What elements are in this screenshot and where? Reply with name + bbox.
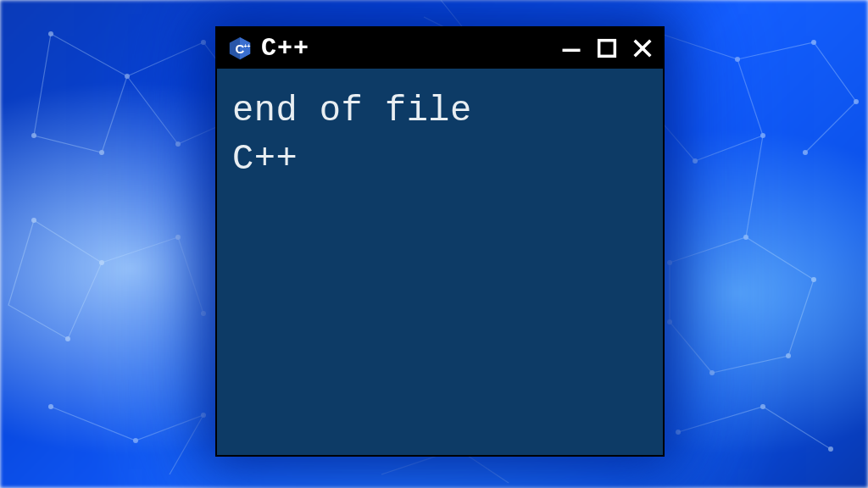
minimize-button[interactable] — [559, 36, 583, 60]
terminal-window: C + + C++ end of file C++ — [215, 26, 665, 457]
window-title: C++ — [261, 34, 551, 63]
window-controls — [559, 36, 654, 60]
svg-rect-38 — [599, 41, 615, 57]
window-titlebar: C + + C++ — [217, 28, 663, 69]
maximize-button[interactable] — [595, 36, 619, 60]
svg-text:+: + — [247, 43, 250, 49]
cpp-logo-icon: C + + — [227, 36, 253, 61]
close-button[interactable] — [631, 36, 654, 60]
output-line: C++ — [232, 136, 648, 184]
terminal-content: end of file C++ — [217, 69, 663, 202]
output-line: end of file — [232, 87, 648, 136]
